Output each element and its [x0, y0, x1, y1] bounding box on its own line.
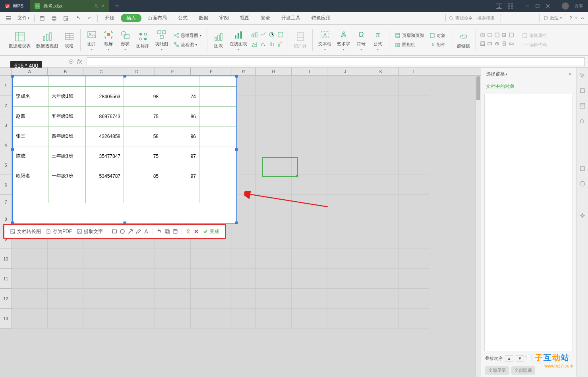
cell[interactable]: [191, 289, 232, 309]
spreadsheet-grid[interactable]: A B C D E F G H I J K L 1234567891011121…: [0, 68, 481, 377]
row-header[interactable]: 5: [0, 155, 12, 175]
cell[interactable]: [119, 289, 155, 309]
text-tool-icon[interactable]: A: [143, 228, 149, 235]
cell[interactable]: [256, 269, 292, 289]
chart-stock-icon[interactable]: [269, 41, 275, 49]
cell[interactable]: [256, 135, 292, 155]
header-footer-button[interactable]: 页眉和页脚: [393, 32, 426, 39]
form-control-3[interactable]: [494, 32, 500, 39]
cell[interactable]: [191, 249, 232, 269]
tab-view[interactable]: 视图: [235, 13, 254, 23]
cell[interactable]: [399, 115, 429, 135]
cell[interactable]: [292, 95, 327, 115]
textbox-button[interactable]: A文本框▾: [317, 27, 333, 53]
cell[interactable]: [399, 195, 429, 209]
doc-to-image-button[interactable]: 文档转长图: [8, 227, 43, 236]
cell[interactable]: [119, 249, 155, 269]
redo-icon[interactable]: [85, 14, 95, 23]
cell[interactable]: [363, 229, 399, 249]
cell[interactable]: [232, 229, 256, 249]
save-icon[interactable]: [37, 14, 47, 23]
row-header[interactable]: 6: [0, 175, 12, 195]
cell[interactable]: [363, 209, 399, 229]
form-control-1[interactable]: A: [480, 32, 485, 39]
cell[interactable]: [48, 249, 83, 269]
cell[interactable]: [232, 249, 256, 269]
cell[interactable]: [191, 269, 232, 289]
active-cell[interactable]: [262, 157, 298, 177]
col-header[interactable]: K: [363, 68, 399, 75]
tab-review[interactable]: 审阅: [215, 13, 234, 23]
cell[interactable]: [155, 309, 191, 328]
form-control-6[interactable]: [480, 41, 485, 48]
col-header[interactable]: H: [256, 68, 292, 75]
chart-bar-icon[interactable]: [251, 31, 257, 39]
cell[interactable]: [232, 309, 256, 328]
tab-insert[interactable]: 插入: [121, 14, 141, 22]
row-header[interactable]: 7: [0, 195, 12, 209]
form-control-10[interactable]: [509, 41, 514, 48]
cell[interactable]: [232, 289, 256, 309]
form-control-4[interactable]: [501, 32, 507, 39]
equation-button[interactable]: π公式▾: [371, 27, 385, 53]
form-control-8[interactable]: [494, 41, 500, 48]
picture-button[interactable]: 图片▾: [85, 27, 99, 53]
resize-handle[interactable]: [11, 148, 14, 151]
extract-text-button[interactable]: A提取文字: [75, 227, 104, 236]
rect-tool-icon[interactable]: [111, 228, 118, 235]
cell[interactable]: [327, 309, 363, 328]
cell[interactable]: [48, 309, 83, 328]
arrow-tool-icon[interactable]: [127, 228, 133, 235]
form-control-5[interactable]: [509, 32, 514, 39]
col-header[interactable]: J: [327, 68, 363, 75]
file-menu[interactable]: 文件 ▾: [15, 13, 32, 23]
cell[interactable]: [292, 209, 327, 229]
cell[interactable]: [292, 135, 327, 155]
close-window-icon[interactable]: [545, 4, 550, 8]
cell[interactable]: [363, 269, 399, 289]
cell[interactable]: [292, 309, 327, 328]
form-control-9[interactable]: [501, 41, 507, 48]
cell[interactable]: [399, 209, 429, 229]
cell[interactable]: [327, 269, 363, 289]
pin-tool-icon[interactable]: [185, 228, 191, 235]
cell[interactable]: [256, 249, 292, 269]
col-header[interactable]: B: [48, 68, 83, 75]
print-preview-icon[interactable]: [61, 14, 71, 23]
resize-handle[interactable]: [235, 148, 238, 151]
cell[interactable]: [256, 289, 292, 309]
tab-developer[interactable]: 开发工具: [277, 13, 305, 23]
col-header[interactable]: G: [232, 68, 256, 75]
side-help-icon[interactable]: [579, 181, 586, 187]
cell[interactable]: [232, 269, 256, 289]
cell[interactable]: [363, 309, 399, 328]
maximize-icon[interactable]: [535, 4, 540, 8]
cancel-button[interactable]: [193, 228, 199, 235]
flowchart-button[interactable]: 流程图 ▾: [172, 41, 203, 49]
symbol-button[interactable]: Ω符号▾: [354, 27, 368, 53]
cell[interactable]: [399, 309, 429, 328]
cell[interactable]: [399, 135, 429, 155]
cell[interactable]: [327, 229, 363, 249]
cell[interactable]: [399, 155, 429, 175]
col-header[interactable]: L: [399, 68, 429, 75]
cell[interactable]: [363, 289, 399, 309]
chart-more-icon[interactable]: [277, 31, 284, 39]
chart-area-icon[interactable]: [251, 41, 257, 49]
resize-handle[interactable]: [11, 75, 14, 78]
collapse-ribbon-icon[interactable]: [580, 16, 585, 21]
cell[interactable]: [155, 269, 191, 289]
undo-icon[interactable]: [73, 14, 83, 23]
help-icon[interactable]: ?: [569, 16, 572, 21]
cell[interactable]: [155, 249, 191, 269]
file-tab[interactable]: S 姓名.xlsx ×: [30, 0, 109, 12]
cell[interactable]: [12, 249, 48, 269]
close-tab-icon[interactable]: ×: [102, 3, 104, 9]
col-header[interactable]: D: [119, 68, 155, 75]
cell[interactable]: [327, 195, 363, 209]
col-header[interactable]: A: [12, 68, 48, 75]
row-header[interactable]: 10: [0, 249, 12, 269]
chart-pie-icon[interactable]: [269, 31, 275, 39]
chart-button[interactable]: 图表: [211, 29, 226, 51]
save-tool-icon[interactable]: [172, 228, 178, 235]
